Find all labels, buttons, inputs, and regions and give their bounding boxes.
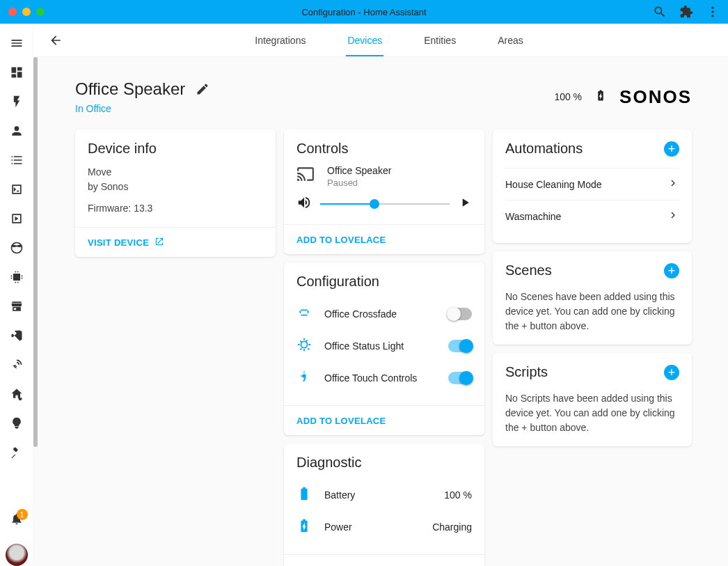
configuration-card: Configuration Office CrossfadeOffice Sta…	[284, 262, 484, 435]
flash-icon[interactable]	[10, 95, 24, 109]
zigbee-icon[interactable]	[10, 358, 24, 372]
battery-percent-label: 100 %	[554, 91, 582, 102]
automations-title: Automations	[505, 141, 583, 157]
chevron-right-icon	[667, 177, 679, 191]
config-row-label[interactable]: Office Crossfade	[324, 308, 436, 320]
svg-point-1	[711, 10, 713, 13]
scripts-empty-text: No Scripts have been added using this de…	[505, 391, 679, 435]
config-row-icon	[296, 337, 312, 355]
diagnostic-title: Diagnostic	[296, 455, 472, 471]
brand-logo: SONOS	[619, 86, 692, 108]
terminal-icon[interactable]	[10, 182, 24, 196]
add-script-button[interactable]: +	[664, 365, 679, 380]
menu-dots-icon[interactable]	[706, 5, 720, 19]
back-icon[interactable]	[47, 32, 64, 49]
diagnostic-row-label[interactable]: Power	[324, 521, 420, 533]
notification-badge: 1	[17, 509, 28, 520]
scrollbar[interactable]	[33, 24, 38, 566]
volume-icon[interactable]	[296, 195, 312, 213]
topbar: Integrations Devices Entities Areas	[33, 24, 728, 57]
idea-icon[interactable]	[10, 416, 24, 430]
notifications-button[interactable]: 1	[10, 512, 24, 528]
fullscreen-window-button[interactable]	[36, 8, 45, 16]
list-icon[interactable]	[10, 153, 24, 167]
controls-title: Controls	[296, 141, 472, 157]
edit-name-icon[interactable]	[196, 82, 209, 96]
svg-point-2	[711, 15, 713, 17]
device-manufacturer: Sonos	[101, 181, 129, 192]
automation-row[interactable]: Wasmachine	[505, 200, 679, 232]
person-icon[interactable]	[10, 124, 24, 138]
diagnostic-row-value: Charging	[432, 521, 472, 533]
controls-add-lovelace-button[interactable]: ADD TO LOVELACE	[296, 235, 386, 245]
close-window-button[interactable]	[8, 8, 17, 16]
config-row: Office Status Light	[296, 330, 472, 362]
diagnostic-row-icon	[296, 486, 312, 504]
user-avatar[interactable]	[6, 544, 28, 566]
diagnostic-row: Battery100 %	[296, 479, 472, 511]
search-icon[interactable]	[653, 5, 667, 19]
window-titlebar: Configuration - Home Assistant	[0, 0, 728, 24]
config-toggle[interactable]	[448, 308, 472, 320]
diagnostic-row: PowerCharging	[296, 511, 472, 543]
device-firmware: 13.3	[134, 203, 152, 214]
store-icon[interactable]	[10, 299, 24, 313]
controls-card: Controls Office Speaker Paused	[284, 129, 484, 254]
media-icon[interactable]	[10, 212, 24, 226]
chevron-right-icon	[667, 209, 679, 223]
chip-icon[interactable]	[10, 270, 24, 284]
scenes-empty-text: No Scenes have been added using this dev…	[505, 290, 679, 333]
tools-icon[interactable]	[10, 446, 24, 459]
cast-icon[interactable]	[296, 165, 315, 186]
tab-integrations[interactable]: Integrations	[253, 24, 307, 56]
add-automation-button[interactable]: +	[664, 141, 679, 157]
home-search-icon[interactable]	[10, 387, 24, 401]
config-row-icon	[296, 305, 312, 323]
scenes-card: Scenes + No Scenes have been added using…	[493, 251, 692, 345]
diagnostic-row-value: 100 %	[444, 489, 472, 501]
device-name: Office Speaker	[75, 79, 185, 98]
extension-icon[interactable]	[679, 5, 693, 19]
vscode-icon[interactable]	[10, 329, 24, 343]
diagnostic-card: Diagnostic Battery100 %PowerCharging ADD…	[284, 443, 484, 566]
web-icon[interactable]	[10, 241, 24, 255]
config-row-label[interactable]: Office Status Light	[324, 340, 436, 352]
traffic-lights	[8, 8, 45, 16]
visit-device-button[interactable]: VISIT DEVICE	[88, 237, 164, 249]
media-entity-name[interactable]: Office Speaker	[327, 165, 391, 176]
external-link-icon	[155, 237, 164, 249]
device-area-link[interactable]: In Office	[75, 103, 209, 114]
battery-charging-icon	[594, 88, 607, 106]
configuration-add-lovelace-button[interactable]: ADD TO LOVELACE	[296, 416, 386, 426]
add-scene-button[interactable]: +	[664, 263, 679, 278]
play-icon[interactable]	[458, 196, 472, 212]
device-info-title: Device info	[88, 141, 263, 157]
diagnostic-row-label[interactable]: Battery	[324, 489, 432, 501]
device-model: Move	[88, 165, 263, 180]
media-entity-state: Paused	[327, 178, 391, 188]
automation-name: House Cleaning Mode	[505, 179, 602, 190]
scenes-title: Scenes	[505, 262, 552, 278]
volume-slider[interactable]	[320, 203, 450, 205]
menu-icon[interactable]	[10, 36, 24, 50]
config-row-label[interactable]: Office Touch Controls	[324, 372, 436, 384]
scripts-title: Scripts	[505, 364, 548, 380]
svg-point-0	[711, 7, 713, 9]
window-title: Configuration - Home Assistant	[301, 7, 426, 17]
automation-name: Wasmachine	[505, 211, 561, 222]
automation-row[interactable]: House Cleaning Mode	[505, 168, 679, 200]
configuration-title: Configuration	[296, 274, 472, 290]
device-info-card: Device info Move by Sonos Firmware: 13.3…	[75, 129, 276, 257]
tab-entities[interactable]: Entities	[422, 24, 457, 56]
config-row-icon	[296, 369, 312, 387]
dashboard-icon[interactable]	[10, 65, 24, 79]
config-row: Office Crossfade	[296, 298, 472, 330]
config-row: Office Touch Controls	[296, 362, 472, 394]
config-tabs: Integrations Devices Entities Areas	[64, 24, 714, 56]
config-toggle[interactable]	[448, 340, 472, 352]
tab-areas[interactable]: Areas	[496, 24, 525, 56]
minimize-window-button[interactable]	[22, 8, 31, 16]
diagnostic-row-icon	[296, 518, 312, 536]
config-toggle[interactable]	[448, 372, 472, 384]
tab-devices[interactable]: Devices	[346, 24, 383, 56]
